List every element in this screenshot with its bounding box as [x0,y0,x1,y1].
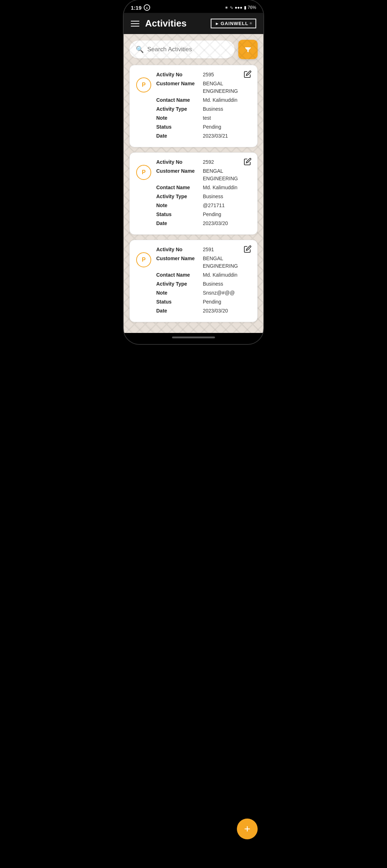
field-status-3: Status Pending [156,298,251,306]
label-date-1: Date [156,132,203,140]
label-date-2: Date [156,220,203,227]
field-date-2: Date 2023/03/20 [156,220,251,227]
hamburger-line-2 [131,23,139,24]
hamburger-menu-icon[interactable] [131,21,139,27]
wifi-icon: ∿ [230,5,233,10]
bottom-bar [124,333,263,344]
value-note-1: test [203,114,251,122]
field-customer-name-3: Customer Name BENGAL ENGINEERING [156,255,251,270]
search-container: 🔍 [129,40,258,59]
field-customer-name-1: Customer Name BENGAL ENGINEERING [156,80,251,95]
label-activity-type-2: Activity Type [156,193,203,200]
value-contact-name-3: Md. Kalimuddin [203,271,251,279]
field-customer-name-2: Customer Name BENGAL ENGINEERING [156,167,251,182]
value-contact-name-2: Md. Kalimuddin [203,184,251,191]
label-activity-no-1: Activity No [156,71,203,78]
edit-icon-1 [244,70,252,78]
field-note-3: Note Snsnz@#@@ [156,289,251,297]
value-status-2: Pending [203,211,251,218]
status-left: 1:19 ▲ [131,4,150,11]
field-activity-no-2: Activity No 2592 [156,158,251,166]
edit-icon-2 [244,158,252,166]
label-contact-name-3: Contact Name [156,271,203,279]
field-note-1: Note test [156,114,251,122]
value-customer-name-1: BENGAL ENGINEERING [203,80,251,95]
field-status-2: Status Pending [156,211,251,218]
header-left: Activities [131,18,187,29]
label-note-3: Note [156,289,203,297]
label-note-1: Note [156,114,203,122]
search-input[interactable] [147,46,228,53]
value-date-3: 2023/03/20 [203,307,251,315]
card-content-2: P Activity No 2592 Customer Name BENGAL … [136,158,251,229]
card-edit-button-2[interactable] [244,158,252,166]
label-activity-no-3: Activity No [156,246,203,253]
label-activity-type-3: Activity Type [156,280,203,288]
search-icon: 🔍 [136,46,144,53]
battery-display: ▮ 76% [244,5,256,10]
activity-card-1: P Activity No 2595 Customer Name BENGAL … [129,65,258,147]
app-indicator: ▲ [144,4,150,11]
search-bar[interactable]: 🔍 [129,40,235,58]
label-note-2: Note [156,202,203,209]
label-status-1: Status [156,123,203,131]
value-activity-type-2: Business [203,193,251,200]
field-activity-no-1: Activity No 2595 [156,71,251,78]
filter-icon [244,45,252,54]
field-contact-name-3: Contact Name Md. Kalimuddin [156,271,251,279]
card-edit-button-3[interactable] [244,245,252,253]
card-content-3: P Activity No 2591 Customer Name BENGAL … [136,246,251,316]
phone-frame: 1:19 ▲ ∗ ∿ ●●● ▮ 76% Activities ► GAINWE… [124,0,263,344]
edit-icon-3 [244,245,252,253]
card-fields-1: Activity No 2595 Customer Name BENGAL EN… [156,71,251,141]
field-activity-type-2: Activity Type Business [156,193,251,200]
card-edit-button-1[interactable] [244,70,252,78]
activity-card-2: P Activity No 2592 Customer Name BENGAL … [129,152,258,235]
hamburger-line-3 [131,26,139,27]
label-customer-name-2: Customer Name [156,167,203,182]
bluetooth-icon: ∗ [225,5,228,10]
brand-logo: ► GAINWELL ® [211,19,256,28]
hamburger-line-1 [131,21,139,22]
label-status-2: Status [156,211,203,218]
avatar-3: P [136,252,151,267]
field-contact-name-1: Contact Name Md. Kalimuddin [156,96,251,104]
value-status-1: Pending [203,123,251,131]
activity-card-3: P Activity No 2591 Customer Name BENGAL … [129,240,258,322]
field-contact-name-2: Contact Name Md. Kalimuddin [156,184,251,191]
avatar-1: P [136,77,151,92]
field-activity-type-1: Activity Type Business [156,105,251,113]
label-status-3: Status [156,298,203,306]
value-contact-name-1: Md. Kalimuddin [203,96,251,104]
field-note-2: Note @271711 [156,202,251,209]
status-right: ∗ ∿ ●●● ▮ 76% [225,5,256,10]
label-contact-name-1: Contact Name [156,96,203,104]
brand-registered-icon: ® [250,22,252,25]
main-content: 🔍 P Activity No [124,34,263,333]
value-customer-name-2: BENGAL ENGINEERING [203,167,251,182]
avatar-2: P [136,165,151,180]
field-status-1: Status Pending [156,123,251,131]
page-title: Activities [145,18,187,29]
field-date-3: Date 2023/03/20 [156,307,251,315]
filter-button[interactable] [238,40,258,59]
label-date-3: Date [156,307,203,315]
field-activity-type-3: Activity Type Business [156,280,251,288]
signal-icon: ●●● [235,5,243,10]
time-display: 1:19 [131,5,142,11]
home-indicator [172,337,215,338]
label-customer-name-3: Customer Name [156,255,203,270]
value-status-3: Pending [203,298,251,306]
label-customer-name-1: Customer Name [156,80,203,95]
value-date-1: 2023/03/21 [203,132,251,140]
field-activity-no-3: Activity No 2591 [156,246,251,253]
card-content-1: P Activity No 2595 Customer Name BENGAL … [136,71,251,141]
value-activity-type-1: Business [203,105,251,113]
card-fields-2: Activity No 2592 Customer Name BENGAL EN… [156,158,251,229]
card-fields-3: Activity No 2591 Customer Name BENGAL EN… [156,246,251,316]
value-date-2: 2023/03/20 [203,220,251,227]
value-note-3: Snsnz@#@@ [203,289,251,297]
field-date-1: Date 2023/03/21 [156,132,251,140]
status-bar: 1:19 ▲ ∗ ∿ ●●● ▮ 76% [124,0,263,13]
app-header: Activities ► GAINWELL ® [124,13,263,34]
